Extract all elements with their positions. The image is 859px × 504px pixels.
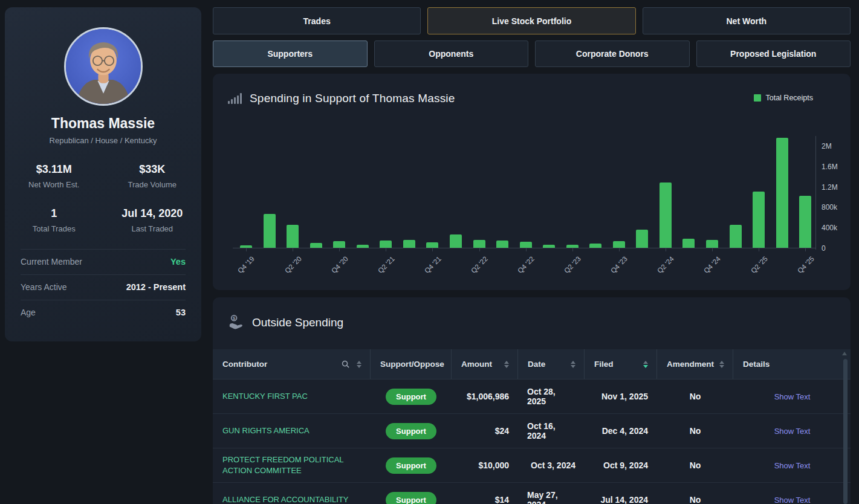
x-axis-label: Q4 '23 bbox=[609, 255, 629, 274]
support-badge: Support bbox=[386, 492, 436, 504]
x-axis-label: Q4 '25 bbox=[796, 255, 815, 274]
bar-q1-20[interactable] bbox=[264, 214, 276, 248]
show-text-link[interactable]: Show Text bbox=[774, 392, 811, 401]
sort-toggle-icon[interactable] bbox=[357, 361, 361, 368]
bar-q3-25[interactable] bbox=[776, 138, 788, 248]
contributor-link[interactable]: ALLIANCE FOR ACCOUNTABILITY bbox=[222, 494, 349, 504]
bar-q4-19[interactable] bbox=[240, 245, 252, 248]
column-header-filed[interactable]: Filed bbox=[584, 349, 656, 379]
bar-q3-24[interactable] bbox=[682, 239, 695, 248]
x-tick bbox=[759, 248, 759, 251]
tab-corporate-donors[interactable]: Corporate Donors bbox=[535, 40, 690, 67]
y-axis-label: 2M bbox=[822, 142, 832, 150]
support-badge: Support bbox=[386, 423, 436, 439]
table-title: Outside Spending bbox=[252, 316, 343, 329]
table-scrollbar-thumb[interactable] bbox=[843, 359, 848, 504]
bar-q1-25[interactable] bbox=[730, 225, 742, 248]
stat-label: Last Traded bbox=[103, 224, 202, 233]
column-header-label: Contributor bbox=[222, 360, 267, 369]
cell-filed: Jul 14, 2024 bbox=[584, 483, 656, 504]
contributor-link[interactable]: PROTECT FREEDOM POLITICAL ACTION COMMITT… bbox=[222, 454, 361, 476]
stat-label: Trade Volume bbox=[103, 180, 202, 189]
bar-q3-22[interactable] bbox=[496, 241, 508, 248]
cell-amount: $10,000 bbox=[451, 448, 517, 482]
attr-label: Current Member bbox=[21, 257, 82, 267]
bar-q2-23[interactable] bbox=[566, 245, 579, 248]
column-header-icons bbox=[719, 361, 724, 368]
bar-q2-25[interactable] bbox=[753, 192, 765, 248]
cell-contributor: KENTUCKY FIRST PAC bbox=[213, 380, 370, 413]
sort-down-icon bbox=[357, 365, 361, 368]
sort-down-icon bbox=[571, 365, 575, 368]
bar-q1-21[interactable] bbox=[357, 245, 369, 248]
show-text-link[interactable]: Show Text bbox=[774, 461, 811, 470]
column-header-date[interactable]: Date bbox=[517, 349, 584, 379]
cell-date: Oct 3, 2024 bbox=[517, 448, 584, 482]
tab-trades[interactable]: Trades bbox=[213, 7, 421, 34]
tab-net-worth[interactable]: Net Worth bbox=[643, 7, 851, 34]
attr-label: Age bbox=[21, 308, 36, 317]
sort-up-icon bbox=[719, 361, 724, 364]
bar-q3-21[interactable] bbox=[403, 240, 415, 248]
bar-q4-23[interactable] bbox=[613, 241, 625, 248]
bar-q4-22[interactable] bbox=[520, 242, 532, 248]
politician-name: Thomas Massie bbox=[5, 115, 201, 132]
tab-supporters[interactable]: Supporters bbox=[213, 40, 368, 67]
tab-proposed-legislation[interactable]: Proposed Legislation bbox=[696, 40, 851, 67]
bar-q4-21[interactable] bbox=[426, 242, 438, 248]
sort-toggle-icon[interactable] bbox=[719, 361, 724, 368]
column-header-label: Amendment bbox=[667, 360, 714, 369]
cell-support-oppose: Support bbox=[370, 380, 451, 413]
sort-down-icon bbox=[643, 365, 648, 368]
sort-toggle-icon[interactable] bbox=[643, 361, 648, 368]
x-tick bbox=[479, 248, 480, 251]
column-header-label: Details bbox=[743, 360, 770, 369]
bar-q4-24[interactable] bbox=[706, 240, 718, 248]
bar-chart-icon bbox=[228, 93, 242, 104]
show-text-link[interactable]: Show Text bbox=[774, 496, 811, 504]
bar-q1-24[interactable] bbox=[636, 230, 648, 248]
bar-q2-21[interactable] bbox=[380, 241, 392, 248]
bar-q2-20[interactable] bbox=[287, 225, 299, 248]
x-tick bbox=[526, 248, 527, 251]
hand-dollar-icon: $ bbox=[228, 314, 244, 331]
contributor-link[interactable]: GUN RIGHTS AMERICA bbox=[222, 425, 310, 436]
column-header-contributor[interactable]: Contributor bbox=[213, 349, 370, 379]
show-text-link[interactable]: Show Text bbox=[774, 427, 811, 436]
bar-q2-22[interactable] bbox=[473, 240, 485, 248]
stat-total-trades: 1Total Trades bbox=[5, 207, 103, 233]
table-header-row: ContributorSupport/OpposeAmountDateFiled… bbox=[213, 349, 851, 380]
search-icon[interactable] bbox=[341, 360, 350, 369]
contributor-link[interactable]: KENTUCKY FIRST PAC bbox=[222, 391, 308, 402]
sort-toggle-icon[interactable] bbox=[504, 361, 509, 368]
bar-q2-24[interactable] bbox=[660, 183, 672, 248]
column-header-amount[interactable]: Amount bbox=[451, 349, 517, 379]
x-tick bbox=[619, 248, 620, 251]
x-tick bbox=[339, 248, 340, 251]
column-header-icons bbox=[643, 361, 648, 368]
tab-opponents[interactable]: Opponents bbox=[374, 40, 529, 67]
cell-contributor: GUN RIGHTS AMERICA bbox=[213, 414, 370, 448]
profile-stats: $3.11MNet Worth Est.$33KTrade Volume1Tot… bbox=[5, 163, 201, 233]
scrollbar-up-arrow-icon[interactable] bbox=[842, 352, 847, 355]
bar-q4-25[interactable] bbox=[799, 196, 811, 248]
bar-q1-23[interactable] bbox=[543, 245, 555, 248]
bar-q4-20[interactable] bbox=[333, 241, 345, 248]
column-header-details[interactable]: Details bbox=[733, 349, 851, 379]
sort-toggle-icon[interactable] bbox=[571, 361, 575, 368]
cell-support-oppose: Support bbox=[370, 448, 451, 482]
column-header-amendment[interactable]: Amendment bbox=[656, 349, 733, 379]
attr-row-current-member: Current MemberYes bbox=[21, 249, 186, 274]
column-header-support-oppose[interactable]: Support/Oppose bbox=[370, 349, 451, 379]
bar-q3-20[interactable] bbox=[310, 243, 322, 248]
y-axis-label: 0 bbox=[822, 244, 826, 253]
support-badge: Support bbox=[386, 457, 436, 474]
spending-chart-card: Spending in Support of Thomas Massie Tot… bbox=[213, 74, 851, 290]
tab-live-stock-portfolio[interactable]: Live Stock Portfolio bbox=[427, 7, 635, 34]
legend-swatch-total-receipts bbox=[754, 94, 761, 102]
bar-q3-23[interactable] bbox=[589, 244, 601, 248]
profile-photo-illustration bbox=[66, 29, 141, 104]
svg-text:$: $ bbox=[233, 315, 236, 321]
cell-amendment: No bbox=[656, 483, 733, 504]
bar-q1-22[interactable] bbox=[450, 234, 462, 248]
